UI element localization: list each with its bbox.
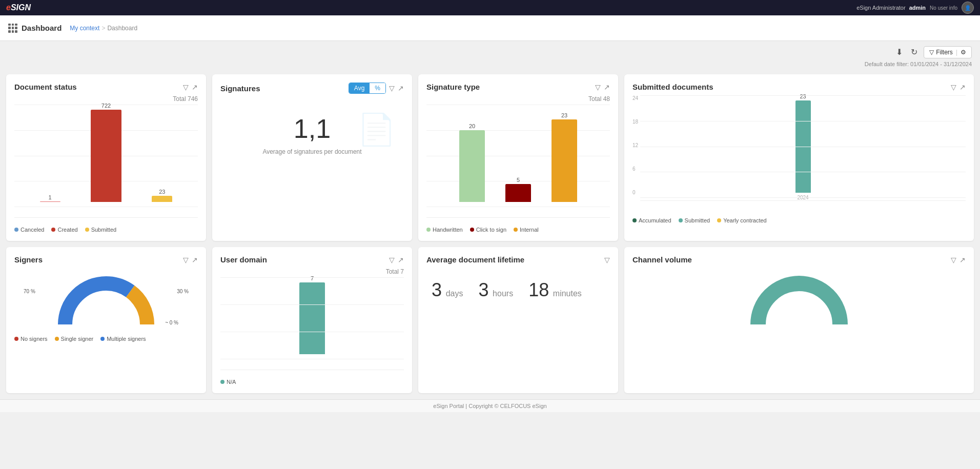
avg-lifetime-card: Average document lifetime ▽ 3 days 3 hou… xyxy=(418,247,618,393)
hours-value: 3 xyxy=(478,279,488,300)
legend-na: N/A xyxy=(220,379,236,385)
logo-icon: eSIGN xyxy=(6,3,31,12)
user-domain-legend: N/A xyxy=(220,379,404,385)
sig-expand-icon[interactable]: ↗ xyxy=(398,84,404,92)
filter-icon: ▽ xyxy=(929,49,934,56)
breadcrumb-page: Dashboard xyxy=(107,25,137,32)
avg-lifetime-title: Average document lifetime xyxy=(426,255,524,264)
legend-canceled-label: Canceled xyxy=(21,227,44,233)
legend-click-sign-label: Click to sign xyxy=(476,227,506,233)
donut-svg xyxy=(55,273,157,330)
legend-single-signer-label: Single signer xyxy=(61,336,94,342)
avg-lifetime-header: Average document lifetime ▽ xyxy=(426,255,610,264)
donut-label-30: 30 % xyxy=(177,289,189,294)
user-domain-bar: 7 xyxy=(299,275,325,354)
sig-filter-icon[interactable]: ▽ xyxy=(389,84,395,92)
legend-submitted-label: Submitted xyxy=(91,227,117,233)
submitted-actions: ▽ ↗ xyxy=(951,83,966,91)
top-navigation: eSIGN eSign Administrator admin No user … xyxy=(0,0,980,15)
legend-accumulated-label: Accumulated xyxy=(639,217,671,223)
hours-unit: hours xyxy=(493,289,513,298)
signers-card: Signers ▽ ↗ xyxy=(6,247,206,393)
avg-lifetime-filter-icon[interactable]: ▽ xyxy=(604,256,610,264)
toggle-avg-button[interactable]: Avg xyxy=(349,83,370,93)
legend-click-sign: Click to sign xyxy=(470,227,506,233)
document-status-card: Document status ▽ ↗ Total 746 1 722 xyxy=(6,74,206,241)
filters-button[interactable]: ▽ Filters | ⚙ xyxy=(924,46,972,58)
user-domain-chart: 7 xyxy=(220,277,404,375)
signers-legend: No signers Single signer Multiple signer… xyxy=(14,336,198,342)
legend-internal: Internal xyxy=(514,227,539,233)
submitted-bar: 23 xyxy=(795,93,811,193)
doc-status-legend: Canceled Created Submitted xyxy=(14,227,198,233)
footer: eSign Portal | Copyright © CELFOCUS eSig… xyxy=(0,399,980,412)
signatures-actions: Avg % ▽ ↗ xyxy=(349,83,404,94)
signers-donut: 70 % 30 % ~ 0 % xyxy=(14,268,198,332)
toggle-pct-button[interactable]: % xyxy=(370,83,385,93)
lifetime-metrics: 3 days 3 hours 18 minutes xyxy=(426,279,610,301)
expand-icon-btn[interactable]: ↗ xyxy=(192,83,198,91)
card-header: Document status ▽ ↗ xyxy=(14,83,198,91)
signers-expand-icon[interactable]: ↗ xyxy=(192,256,198,264)
days-unit: days xyxy=(446,289,463,298)
channel-expand-icon[interactable]: ↗ xyxy=(959,256,966,264)
toolbar: ⬇ ↻ ▽ Filters | ⚙ xyxy=(0,41,980,60)
avatar[interactable]: 👤 xyxy=(962,2,974,14)
user-role: eSign Administrator xyxy=(856,5,905,11)
legend-submitted-docs: Submitted xyxy=(679,217,710,223)
submitted-legend: Accumulated Submitted Yearly contracted xyxy=(632,217,966,223)
sig-type-expand-icon[interactable]: ↗ xyxy=(604,83,610,91)
apps-icon[interactable] xyxy=(8,24,17,33)
metric-hours: 3 hours xyxy=(478,279,513,301)
signatures-title: Signatures xyxy=(220,84,260,93)
doc-icon: 📄 xyxy=(357,111,396,148)
sig-avg-label: Average of signatures per document xyxy=(220,148,404,155)
donut-label-0: ~ 0 % xyxy=(165,320,178,325)
sig-type-legend: Handwritten Click to sign Internal xyxy=(426,227,610,233)
legend-canceled: Canceled xyxy=(14,227,44,233)
y-label-6: 6 xyxy=(632,166,638,172)
breadcrumb-context[interactable]: My context xyxy=(70,25,99,32)
signers-header: Signers ▽ ↗ xyxy=(14,255,198,264)
legend-created: Created xyxy=(51,227,77,233)
legend-yearly-label: Yearly contracted xyxy=(723,217,767,223)
y-label-0: 0 xyxy=(632,190,638,195)
metric-minutes: 18 minutes xyxy=(528,279,582,301)
submitted-filter-icon[interactable]: ▽ xyxy=(951,83,956,91)
channel-arc-svg xyxy=(748,273,850,335)
user-domain-expand-icon[interactable]: ↗ xyxy=(398,256,404,264)
toggle-group: Avg % xyxy=(349,83,386,94)
legend-na-label: N/A xyxy=(227,379,236,385)
filter-icon-btn[interactable]: ▽ xyxy=(183,83,189,91)
channel-arc xyxy=(632,268,966,335)
legend-handwritten-label: Handwritten xyxy=(433,227,463,233)
channel-filter-icon[interactable]: ▽ xyxy=(951,256,956,264)
download-button[interactable]: ⬇ xyxy=(894,45,905,59)
signatures-header: Signatures Avg % ▽ ↗ xyxy=(220,83,404,94)
gear-icon: ⚙ xyxy=(961,49,966,56)
submitted-expand-icon[interactable]: ↗ xyxy=(959,83,966,91)
submitted-documents-card: Submitted documents ▽ ↗ 24 18 12 6 0 xyxy=(624,74,974,241)
user-subinfo: No user info xyxy=(930,5,957,11)
sig-type-filter-icon[interactable]: ▽ xyxy=(595,83,601,91)
bar-created: 722 xyxy=(86,103,126,202)
filters-label: Filters xyxy=(936,49,953,56)
refresh-button[interactable]: ↻ xyxy=(909,45,920,59)
channel-volume-card: Channel volume ▽ ↗ xyxy=(624,247,974,393)
legend-multiple-signers-label: Multiple signers xyxy=(107,336,146,342)
breadcrumb-bar: Dashboard My context > Dashboard xyxy=(0,15,980,41)
metric-days: 3 days xyxy=(432,279,463,301)
user-domain-total: Total 7 xyxy=(220,268,404,275)
user-domain-filter-icon[interactable]: ▽ xyxy=(389,256,395,264)
bar-click-sign: 5 xyxy=(505,177,531,202)
y-label-12: 12 xyxy=(632,142,638,148)
signers-filter-icon[interactable]: ▽ xyxy=(183,256,189,264)
submitted-header: Submitted documents ▽ ↗ xyxy=(632,83,966,91)
legend-yearly: Yearly contracted xyxy=(717,217,767,223)
bar-handwritten: 20 xyxy=(459,123,485,202)
sig-type-title: Signature type xyxy=(426,83,480,91)
user-name: admin xyxy=(909,5,926,11)
minutes-unit: minutes xyxy=(553,289,582,298)
doc-status-chart: 1 722 23 xyxy=(14,105,198,222)
user-domain-title: User domain xyxy=(220,255,267,264)
